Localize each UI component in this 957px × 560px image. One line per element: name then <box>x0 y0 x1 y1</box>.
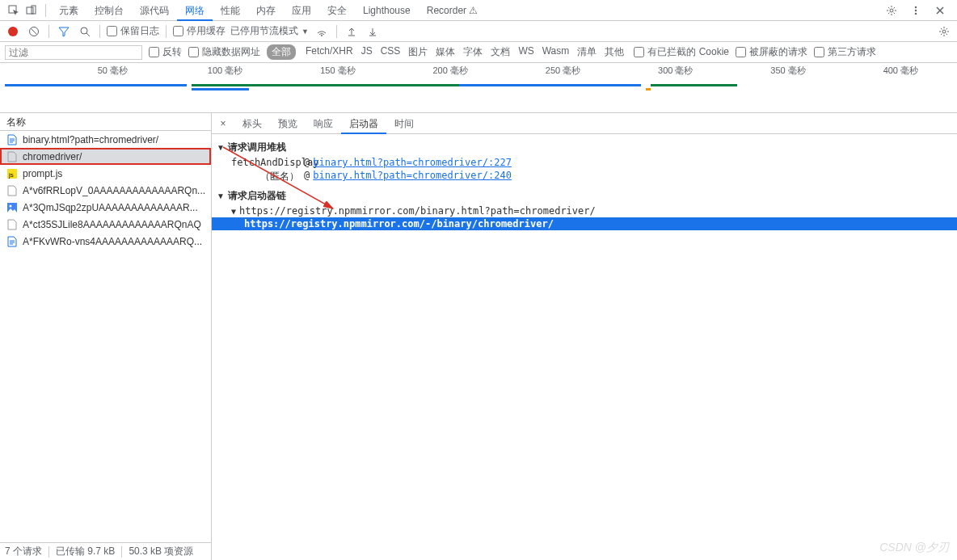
detail-tab-4[interactable]: 时间 <box>386 113 422 134</box>
timeline-tick: 400 毫秒 <box>883 65 918 77</box>
timeline-tick: 150 毫秒 <box>320 65 355 77</box>
main-tab-3[interactable]: 网络 <box>177 0 213 21</box>
device-toggle-icon[interactable] <box>23 2 40 19</box>
type-filter-6[interactable]: 文档 <box>487 45 513 59</box>
devtools-tab-bar: 元素控制台源代码网络性能内存应用安全LighthouseRecorder ⚠ <box>0 0 957 21</box>
status-bar: 7 个请求 已传输 9.7 kB 50.3 kB 项资源 <box>0 542 211 560</box>
status-resources: 50.3 kB 项资源 <box>129 545 193 558</box>
type-filter-3[interactable]: 图片 <box>405 45 431 59</box>
type-filter-7[interactable]: WS <box>515 45 537 59</box>
request-name: A*3QmJSqp2zpUAAAAAAAAAAAAAR... <box>23 202 198 213</box>
detail-tab-1[interactable]: 预览 <box>270 113 306 134</box>
separator <box>45 4 46 17</box>
request-name: binary.html?path=chromedriver/ <box>23 134 158 145</box>
main-tab-5[interactable]: 内存 <box>248 0 284 21</box>
main-tab-1[interactable]: 控制台 <box>86 0 132 21</box>
initiator-chain-section-header[interactable]: ▼请求启动器链 <box>212 187 957 204</box>
filter-input[interactable] <box>5 45 142 60</box>
type-filter-1[interactable]: JS <box>358 45 376 59</box>
svg-point-8 <box>81 27 87 34</box>
download-har-icon[interactable] <box>365 23 381 40</box>
initiator-chain-item[interactable]: https://registry.npmmirror.com/-/binary/… <box>212 217 957 230</box>
file-type-icon <box>6 134 18 145</box>
type-filter-10[interactable]: 其他 <box>601 45 627 59</box>
request-row[interactable]: A*v6fRRLopV_0AAAAAAAAAAAAARQn... <box>0 182 211 199</box>
disable-cache-checkbox[interactable]: 停用缓存 <box>173 24 226 38</box>
third-party-checkbox[interactable]: 第三方请求 <box>814 45 876 59</box>
inspect-icon[interactable] <box>5 2 23 19</box>
upload-har-icon[interactable] <box>344 23 360 40</box>
call-stack-section-header[interactable]: ▼请求调用堆栈 <box>212 139 957 156</box>
close-devtools-icon[interactable] <box>931 2 949 19</box>
close-detail-icon[interactable]: × <box>215 118 231 129</box>
detail-tab-3[interactable]: 启动器 <box>341 113 386 134</box>
source-link[interactable]: binary.html?path=chromedriver/:227 <box>313 157 512 168</box>
timeline-tick: 350 毫秒 <box>770 65 805 77</box>
record-button[interactable] <box>5 23 21 40</box>
main-tab-2[interactable]: 源代码 <box>132 0 177 21</box>
main-tab-8[interactable]: Lighthouse <box>355 0 419 21</box>
file-type-icon <box>6 151 18 162</box>
kebab-menu-icon[interactable] <box>907 2 925 19</box>
detail-tab-2[interactable]: 响应 <box>306 113 341 134</box>
request-row[interactable]: jsprompt.js <box>0 165 211 182</box>
request-name: A*v6fRRLopV_0AAAAAAAAAAAAARQn... <box>23 185 205 196</box>
type-filter-5[interactable]: 字体 <box>460 45 486 59</box>
svg-point-9 <box>321 35 323 36</box>
request-list-header[interactable]: 名称 <box>0 113 211 131</box>
invert-checkbox[interactable]: 反转 <box>149 45 182 59</box>
timeline-tick: 100 毫秒 <box>208 65 242 77</box>
detail-tab-0[interactable]: 标头 <box>234 113 270 134</box>
initiator-chain-item[interactable]: ▼https://registry.npmmirror.com/binary.h… <box>212 204 957 217</box>
main-tab-7[interactable]: 安全 <box>319 0 355 21</box>
filter-icon[interactable] <box>56 23 72 40</box>
request-row[interactable]: A*ct35SJLile8AAAAAAAAAAAAARQnAQ <box>0 216 211 233</box>
svg-point-3 <box>890 9 893 12</box>
main-tab-9[interactable]: Recorder ⚠ <box>419 0 487 21</box>
request-row[interactable]: binary.html?path=chromedriver/ <box>0 131 211 148</box>
timeline-tick: 200 毫秒 <box>432 65 467 77</box>
blocked-cookies-checkbox[interactable]: 有已拦截的 Cookie <box>634 45 729 59</box>
file-type-icon <box>6 202 18 213</box>
request-name: chromedriver/ <box>23 151 82 162</box>
detail-tabs: × 标头预览响应启动器时间 <box>212 113 957 134</box>
request-name: prompt.js <box>23 168 62 179</box>
preserve-log-checkbox[interactable]: 保留日志 <box>107 24 159 38</box>
timeline-overview[interactable]: 50 毫秒100 毫秒150 毫秒200 毫秒250 毫秒300 毫秒350 毫… <box>0 63 957 113</box>
network-settings-icon[interactable] <box>936 23 952 40</box>
svg-point-10 <box>942 30 946 33</box>
type-filter-9[interactable]: 清单 <box>574 45 600 59</box>
svg-point-6 <box>915 12 917 14</box>
request-row[interactable]: A*3QmJSqp2zpUAAAAAAAAAAAAAR... <box>0 199 211 216</box>
network-toolbar: 保留日志 停用缓存 已停用节流模式▼ <box>0 21 957 42</box>
svg-rect-1 <box>27 7 33 14</box>
type-filter-all[interactable]: 全部 <box>267 44 296 60</box>
search-icon[interactable] <box>77 23 93 40</box>
clear-icon[interactable] <box>26 23 42 40</box>
blocked-requests-checkbox[interactable]: 被屏蔽的请求 <box>736 45 807 59</box>
stack-frame: fetchAndDisplay@binary.html?path=chromed… <box>212 156 957 169</box>
svg-point-14 <box>10 204 12 207</box>
main-tab-4[interactable]: 性能 <box>213 0 248 21</box>
svg-point-4 <box>915 6 917 7</box>
settings-icon[interactable] <box>883 2 900 19</box>
throttling-dropdown[interactable]: 已停用节流模式▼ <box>230 24 309 38</box>
main-tab-0[interactable]: 元素 <box>51 0 86 21</box>
svg-text:js: js <box>8 171 14 179</box>
hide-dataurls-checkbox[interactable]: 隐藏数据网址 <box>188 45 260 59</box>
file-type-icon <box>6 236 18 247</box>
filter-row: 反转 隐藏数据网址 全部 Fetch/XHRJSCSS图片媒体字体文档WSWas… <box>0 42 957 63</box>
request-name: A*ct35SJLile8AAAAAAAAAAAAARQnAQ <box>23 219 201 230</box>
request-row[interactable]: A*FKvWRo-vns4AAAAAAAAAAAAARQ... <box>0 233 211 250</box>
main-tab-6[interactable]: 应用 <box>284 0 319 21</box>
timeline-tick: 300 毫秒 <box>658 65 693 77</box>
type-filter-2[interactable]: CSS <box>377 45 404 59</box>
type-filter-0[interactable]: Fetch/XHR <box>302 45 356 59</box>
source-link[interactable]: binary.html?path=chromedriver/:240 <box>313 170 512 183</box>
type-filter-8[interactable]: Wasm <box>539 45 573 59</box>
file-type-icon: js <box>6 168 18 179</box>
type-filter-4[interactable]: 媒体 <box>432 45 458 59</box>
watermark: CSDN @夕刃 <box>879 541 949 555</box>
network-conditions-icon[interactable] <box>314 23 330 40</box>
request-row[interactable]: chromedriver/ <box>0 148 211 165</box>
